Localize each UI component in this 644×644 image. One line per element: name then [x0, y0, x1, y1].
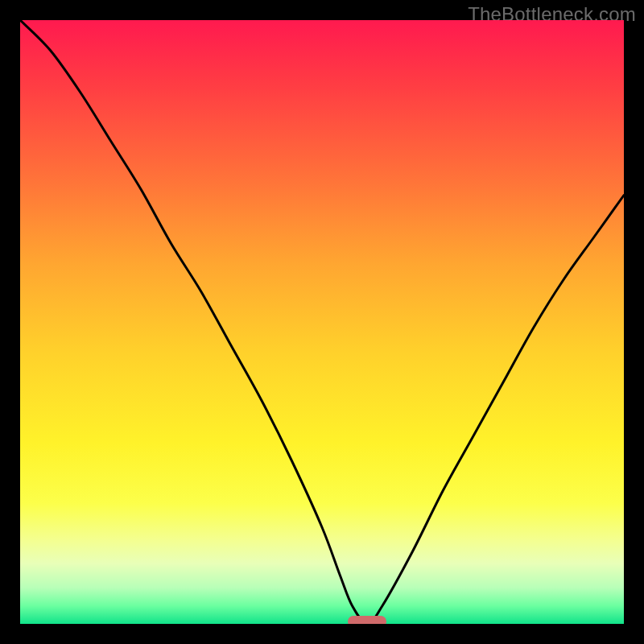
plot-area — [20, 20, 624, 624]
curve-layer — [20, 20, 624, 624]
bottleneck-curve — [20, 20, 624, 624]
optimum-marker — [348, 616, 386, 624]
outer-frame: TheBottleneck.com — [0, 0, 644, 644]
